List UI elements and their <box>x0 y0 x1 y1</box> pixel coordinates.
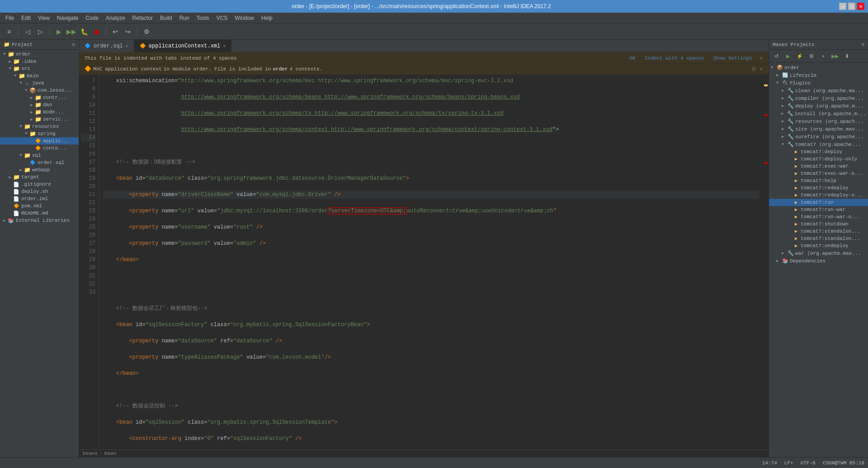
toolbar-redo-btn[interactable]: ↪ <box>123 26 133 37</box>
toolbar-debug-btn[interactable]: 🐛 <box>79 26 90 37</box>
menu-edit[interactable]: Edit <box>18 14 34 22</box>
tree-item-main[interactable]: ▼ 📁 main <box>0 72 79 80</box>
toolbar-run-btn[interactable]: ▶▶ <box>66 26 77 37</box>
maven-goal-exec-war-o[interactable]: ▶ tomcat7:exec-war-o... <box>769 170 868 177</box>
tree-item-deploy-sh[interactable]: 📄 deploy.sh <box>0 188 79 195</box>
tree-item-order-root[interactable]: ▼ 📁 order <box>0 51 79 58</box>
maven-goal-run[interactable]: ▶ tomcat7:run <box>769 199 868 206</box>
tree-item-service[interactable]: ▶ 📁 servic... <box>0 116 79 123</box>
maven-item-lifecycle[interactable]: ▶ 🔄 Lifecycle <box>769 71 868 79</box>
maven-item-surefire[interactable]: ▶ 🔧 surefire (org.apache... <box>769 133 868 140</box>
maven-goal-undeploy[interactable]: ▶ tomcat7:undeploy <box>769 242 868 249</box>
maven-goal-shutdown[interactable]: ▶ tomcat7:shutdown <box>769 220 868 228</box>
maven-lifecycle-btn[interactable]: ⚡ <box>794 51 805 61</box>
toolbar-build-btn[interactable]: ▶ <box>53 26 64 37</box>
maven-goal-deploy[interactable]: ▶ tomcat7:deploy <box>769 148 868 155</box>
tree-item-com-lesson[interactable]: ▼ 📦 com.lesso... <box>0 87 79 94</box>
maven-item-resources[interactable]: ▶ 🔧 resources (org.apach... <box>769 117 868 125</box>
toolbar-undo-btn[interactable]: ↩ <box>110 26 121 37</box>
maximize-button[interactable]: □ <box>848 3 855 10</box>
maven-item-dependencies[interactable]: ▶ 📚 Dependencies <box>769 257 868 265</box>
code-content[interactable]: xsi:schemaLocation="http://www.springfra… <box>99 75 763 449</box>
close-button[interactable]: ✕ <box>857 3 864 10</box>
menu-refactor[interactable]: Refactor <box>129 14 156 22</box>
menu-code[interactable]: Code <box>82 14 102 22</box>
maven-item-tomcat7[interactable]: ▼ 🔧 tomcat7 (org.apache... <box>769 140 868 148</box>
toolbar-back-btn[interactable]: ◁ <box>22 26 33 37</box>
tab-sql-close[interactable]: ✕ <box>126 43 128 49</box>
maven-goal-exec-war[interactable]: ▶ tomcat7:exec-war <box>769 163 868 170</box>
show-settings-button[interactable]: Show Settings <box>713 56 752 61</box>
tree-item-idea[interactable]: ▶ 📁 .idea <box>0 58 79 65</box>
window-controls[interactable]: ─ □ ✕ <box>839 3 864 10</box>
mvc-context-link[interactable]: MVC application context <box>93 66 162 72</box>
maven-run2-btn[interactable]: ▶▶ <box>830 51 840 61</box>
maven-settings2-btn[interactable]: ⚙ <box>806 51 817 61</box>
tree-item-controller[interactable]: ▶ 📁 contr... <box>0 94 79 101</box>
tree-item-model[interactable]: ▶ 📁 mode... <box>0 108 79 116</box>
maven-goal-help[interactable]: ▶ tomcat7:help <box>769 177 868 184</box>
tree-item-java[interactable]: ▼ ☕ java <box>0 80 79 87</box>
tree-item-dao[interactable]: ▶ 📁 dao <box>0 101 79 108</box>
menu-analyze[interactable]: Analyze <box>102 14 129 22</box>
maven-goal-deploy-only[interactable]: ▶ tomcat7:deploy-only <box>769 155 868 163</box>
ok-button[interactable]: OK <box>630 56 636 61</box>
maven-goal-standalone2[interactable]: ▶ tomcat7:standalon... <box>769 235 868 242</box>
tree-item-context[interactable]: 🔶 conte... <box>0 145 79 152</box>
menu-help[interactable]: Help <box>258 14 276 22</box>
maven-goal-standalone1[interactable]: ▶ tomcat7:standalon... <box>769 228 868 235</box>
tab-xml-close[interactable]: ✕ <box>223 43 226 49</box>
breadcrumb-beans[interactable]: beans <box>83 451 98 456</box>
tree-item-webapp[interactable]: ▶ 📁 webapp <box>0 166 79 173</box>
maven-refresh-btn[interactable]: ↺ <box>771 51 782 61</box>
maven-item-order[interactable]: ▼ 📦 order <box>769 64 868 71</box>
maven-goal-run-war[interactable]: ▶ tomcat7:run-war <box>769 206 868 213</box>
menu-file[interactable]: File <box>2 14 18 22</box>
tree-item-appcontext[interactable]: 🔶 applic... <box>0 137 79 145</box>
tree-item-src[interactable]: ▼ 📁 src <box>0 65 79 72</box>
code-editor[interactable]: 7 8 9 10 11 12 13 14 15 16 17 18 19 20 2… <box>79 75 769 449</box>
maven-item-install[interactable]: ▶ 🔧 install (org.apache.m... <box>769 110 868 117</box>
tree-item-sql-folder[interactable]: ▼ 📁 sql <box>0 152 79 159</box>
tree-item-resources[interactable]: ▼ 📁 resources <box>0 123 79 130</box>
maven-item-clean[interactable]: ▶ 🔧 clean (org.apache.ma... <box>769 87 868 94</box>
maven-run-btn[interactable]: ▶ <box>783 51 793 61</box>
tree-item-readme[interactable]: 📄 README.md <box>0 210 79 217</box>
toolbar-forward-btn[interactable]: ▷ <box>35 26 46 37</box>
tree-item-external-libs[interactable]: ▶ 📚 External Libraries <box>0 217 79 224</box>
menu-window[interactable]: Window <box>231 14 258 22</box>
tab-appcontext-xml[interactable]: 🔶 applicationContext.xml ✕ <box>134 40 231 52</box>
maven-goal-redeploy-o[interactable]: ▶ tomcat7:redeploy-o... <box>769 192 868 199</box>
menu-vcs[interactable]: VCS <box>213 14 231 22</box>
maven-item-site[interactable]: ▶ 🔧 site (org.apache.mav... <box>769 125 868 133</box>
minimize-button[interactable]: ─ <box>839 3 846 10</box>
toolbar-stop-btn[interactable]: ◼ <box>91 26 102 37</box>
maven-add-btn[interactable]: + <box>818 51 829 61</box>
maven-settings-icon[interactable]: ⚙ <box>861 42 864 47</box>
status-encoding[interactable]: UTF-8 <box>801 460 816 466</box>
tree-item-order-sql[interactable]: 🔷 order.sql <box>0 159 79 166</box>
module-bar-close-icon[interactable]: ✕ <box>760 65 763 73</box>
menu-navigate[interactable]: Navigate <box>53 14 82 22</box>
tree-item-gitignore[interactable]: 📄 .gitignore <box>0 181 79 188</box>
maven-item-deploy[interactable]: ▶ 🔧 deploy (org.apache.m... <box>769 102 868 110</box>
menu-build[interactable]: Build <box>156 14 176 22</box>
module-bar-settings-icon[interactable]: ⚙ <box>752 65 755 73</box>
maven-item-compiler[interactable]: ▶ 🔧 compiler (org.apache... <box>769 94 868 102</box>
maven-goal-run-war-o[interactable]: ▶ tomcat7:run-war-o... <box>769 213 868 220</box>
project-settings-icon[interactable]: ⚙ <box>72 42 75 47</box>
menu-view[interactable]: View <box>34 14 53 22</box>
notification-close-icon[interactable]: ✕ <box>760 54 763 62</box>
tree-item-spring[interactable]: ▼ 📁 spring <box>0 130 79 137</box>
indent-with-button[interactable]: Indent with 4 spaces <box>645 56 704 61</box>
breadcrumb-bean[interactable]: bean <box>104 451 116 456</box>
maven-item-war[interactable]: ▶ 🔧 war (org.apache.mav... <box>769 249 868 257</box>
tree-item-target[interactable]: ▶ 📁 target <box>0 173 79 181</box>
menu-run[interactable]: Run <box>176 14 193 22</box>
maven-goal-redeploy[interactable]: ▶ tomcat7:redeploy <box>769 184 868 192</box>
status-position[interactable]: 14:74 <box>762 460 777 466</box>
tab-order-sql[interactable]: 🔷 order.sql ✕ <box>79 40 134 52</box>
status-lf[interactable]: LF+ <box>784 460 793 466</box>
toolbar-settings-btn[interactable]: ⚙ <box>141 26 152 37</box>
toolbar-project-btn[interactable]: ≡ <box>4 26 14 37</box>
